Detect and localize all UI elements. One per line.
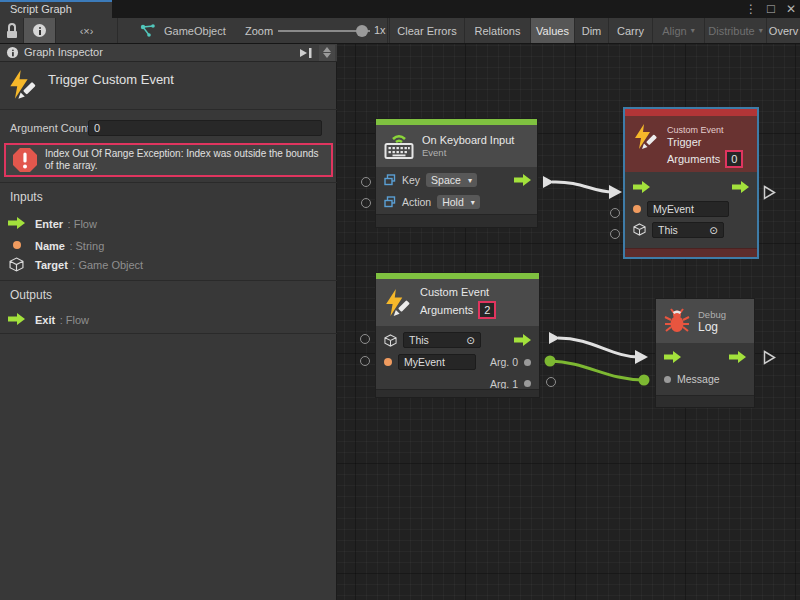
keyboard-event-icon [384,132,414,160]
node-title: Log [698,321,726,334]
relations-button[interactable]: Relations [465,18,531,43]
node-subtitle: Event [422,147,514,159]
zoom-label: Zoom [245,25,273,37]
lock-button[interactable] [0,18,24,43]
align-label: Align [662,25,686,37]
value-wire-arg0-message [550,361,644,380]
bug-icon [664,308,690,334]
flow-input-port[interactable] [664,351,681,363]
object-picker-icon[interactable]: ⊙ [709,223,718,237]
zoom-slider-handle[interactable] [356,25,368,37]
flow-continuation-icon[interactable] [763,185,776,200]
arguments-label: Arguments [420,304,473,317]
flow-output-port[interactable] [514,334,531,346]
port-type: : Flow [68,218,97,230]
arguments-count-field[interactable]: 2 [478,301,496,319]
input-port-ring[interactable] [360,334,370,344]
flow-input-port[interactable] [633,181,650,193]
arg0-label: Arg. 0 [490,356,518,368]
node-trigger-custom-event[interactable]: Custom Event Trigger Arguments 0 MyEvent… [624,108,758,258]
value-output-port[interactable] [524,359,531,366]
node-on-keyboard-input[interactable]: On Keyboard Input Event Key Space ▾ Acti… [375,118,538,228]
port-type: : String [69,240,104,252]
panel-scroll-arrows[interactable] [319,45,335,61]
object-picker-icon[interactable]: ⊙ [466,333,475,347]
input-port-ring[interactable] [360,356,370,366]
node-supertitle: Debug [698,309,726,321]
wire-start-cap [543,176,554,188]
window-menu-icon[interactable]: ⋮ [742,0,760,18]
node-custom-event-arguments[interactable]: Custom Event Arguments 2 This ⊙ MyEvent … [375,272,540,398]
node-debug-log[interactable]: Debug Log Message [655,298,755,408]
value-input-port[interactable] [664,376,671,383]
dock-icon[interactable] [299,46,313,60]
key-label: Key [402,174,420,186]
input-port-ring[interactable] [361,198,371,208]
custom-event-icon [384,289,412,317]
target-value: This [658,223,678,237]
graph-toolbar: ‹×› GameObject Zoom 1x Clear Errors Rela… [0,18,800,44]
arg1-label: Arg. 1 [490,378,518,390]
flow-continuation-icon[interactable] [763,350,776,365]
node-title: On Keyboard Input [422,134,514,147]
node-supertitle: Custom Event [667,124,743,136]
key-binding-icon [384,196,396,208]
gameobject-label[interactable]: GameObject [164,25,226,37]
inspect-toggle-button[interactable] [24,18,56,43]
lock-icon [7,23,17,38]
window-maximize-icon[interactable]: □ [762,0,780,18]
flow-output-port[interactable] [732,181,749,193]
event-name-field[interactable]: MyEvent [647,201,729,217]
wire-end-dot [639,375,650,386]
window-close-icon[interactable]: ✕ [782,0,800,18]
error-octagon-icon [12,147,38,173]
target-field[interactable]: This ⊙ [652,222,724,238]
flow-output-port[interactable] [514,174,531,186]
error-strip [625,109,757,116]
code-icon: ‹×› [80,25,94,37]
key-dropdown[interactable]: Space ▾ [426,173,477,187]
chevron-down-icon: ▾ [691,26,695,35]
target-field[interactable]: This ⊙ [403,332,481,348]
key-value: Space [431,174,461,186]
graph-inspector-header: Graph Inspector [0,44,337,62]
input-port-ring[interactable] [610,229,620,239]
action-dropdown[interactable]: Hold ▾ [437,195,480,209]
node-footer [625,248,757,257]
output-port-ring[interactable] [546,377,556,387]
value-output-port[interactable] [524,380,531,387]
align-button[interactable]: Align ▾ [653,18,705,43]
string-port-icon [13,241,21,249]
argument-count-input[interactable] [88,120,322,136]
values-button[interactable]: Values [531,18,575,43]
clear-errors-button[interactable]: Clear Errors [389,18,465,43]
code-view-button[interactable]: ‹×› [56,18,118,43]
arguments-count-field[interactable]: 0 [725,150,743,168]
port-name: Exit [35,314,55,326]
graph-canvas[interactable]: On Keyboard Input Event Key Space ▾ Acti… [337,44,800,600]
scroll-up-icon[interactable] [323,47,331,52]
info-icon [33,24,46,37]
wire-arrowhead [609,185,622,199]
tab-script-graph[interactable]: Script Graph [0,0,112,18]
dim-button[interactable]: Dim [575,18,609,43]
flow-output-port[interactable] [729,351,746,363]
cube-icon [8,257,25,272]
scroll-down-icon[interactable] [323,53,331,58]
distribute-button[interactable]: Distribute ▾ [705,18,767,43]
custom-event-icon [8,70,38,100]
wire-end-dot [545,356,556,367]
node-title: Trigger [667,136,743,149]
event-name-field[interactable]: MyEvent [398,354,476,370]
chevron-down-icon: ▾ [471,198,475,207]
arguments-label: Arguments [667,153,720,166]
input-port-ring[interactable] [361,177,371,187]
tab-bar: Script Graph ⋮ □ ✕ [0,0,800,18]
flow-wire-keyboard-trigger [552,182,613,192]
carry-button[interactable]: Carry [609,18,653,43]
input-port-ring[interactable] [610,208,620,218]
node-supertitle: Custom Event [420,286,496,299]
overview-button[interactable]: Overv [767,18,800,43]
panel-title: Graph Inspector [24,46,103,58]
zoom-value: 1x [374,24,386,36]
